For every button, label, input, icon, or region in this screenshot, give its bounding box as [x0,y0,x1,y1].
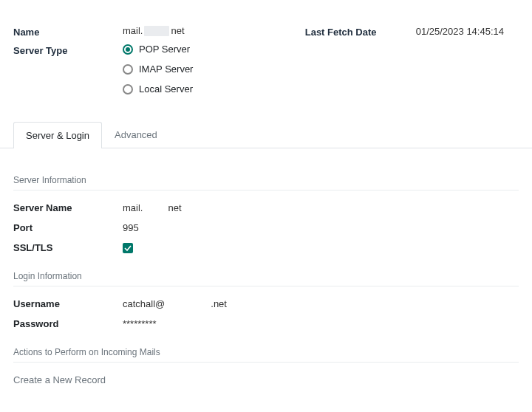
last-fetch-value: 01/25/2023 14:45:14 [416,25,504,38]
name-label: Name [13,25,123,38]
name-value: mail.net [123,25,185,36]
create-new-record-link[interactable]: Create a New Record [13,370,519,390]
check-icon [124,244,132,252]
radio-label: IMAP Server [139,63,193,75]
password-value[interactable]: ********* [123,318,157,329]
ssl-tls-label: SSL/TLS [13,242,123,253]
section-actions-incoming: Actions to Perform on Incoming Mails [13,334,519,363]
radio-selected-icon [123,44,133,55]
port-value[interactable]: 995 [123,222,139,233]
server-name-label: Server Name [13,202,123,213]
radio-pop-server[interactable]: POP Server [123,44,193,55]
radio-unselected-icon [123,84,133,95]
radio-label: POP Server [139,44,190,55]
last-fetch-label: Last Fetch Date [305,25,416,38]
password-label: Password [13,318,123,329]
server-type-label: Server Type [13,44,123,56]
tab-advanced[interactable]: Advanced [102,121,170,148]
ssl-tls-checkbox[interactable] [123,243,133,253]
tabbar: Server & Login Advanced [0,108,532,148]
tab-server-login[interactable]: Server & Login [13,122,102,148]
username-value[interactable]: catchall@.net [123,298,227,309]
radio-local-server[interactable]: Local Server [123,83,193,95]
radio-unselected-icon [123,64,133,75]
server-name-value[interactable]: mail.net [123,202,182,213]
section-server-information: Server Information [13,162,519,190]
section-login-information: Login Information [13,258,519,286]
radio-label: Local Server [139,83,193,95]
username-label: Username [13,298,123,309]
radio-imap-server[interactable]: IMAP Server [123,63,193,75]
port-label: Port [13,222,123,233]
